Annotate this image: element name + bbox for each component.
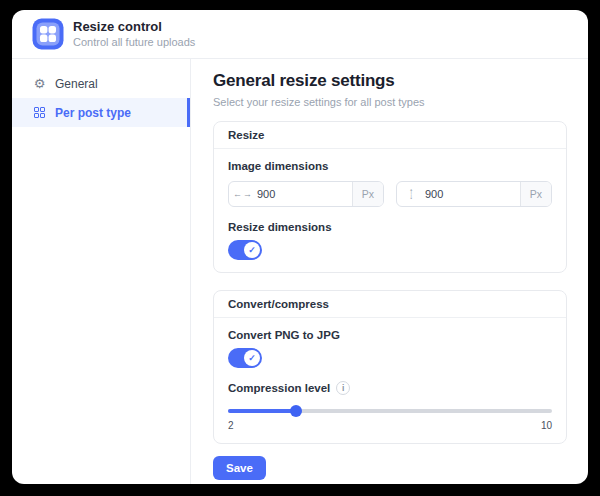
app-header: Resize control Control all future upload… <box>12 10 588 59</box>
resize-panel-header: Resize <box>214 122 566 149</box>
slider-max-label: 10 <box>541 420 552 431</box>
sidebar-item-label: Per post type <box>55 106 131 120</box>
slider-thumb[interactable] <box>290 405 302 417</box>
convert-png-label: Convert PNG to JPG <box>228 329 552 341</box>
height-input[interactable] <box>425 182 520 206</box>
sidebar-item-general[interactable]: ⚙ General <box>12 69 190 98</box>
app-subtitle: Control all future uploads <box>73 36 195 50</box>
resize-dimensions-label: Resize dimensions <box>228 221 552 233</box>
info-icon[interactable]: i <box>336 381 350 395</box>
page-subtitle: Select your resize settings for all post… <box>213 96 567 108</box>
toggle-knob: ✓ <box>244 350 260 366</box>
app-header-text: Resize control Control all future upload… <box>73 19 195 50</box>
convert-panel: Convert/compress Convert PNG to JPG ✓ Co… <box>213 290 567 444</box>
gear-icon: ⚙ <box>33 77 46 90</box>
app-logo-icon <box>32 18 64 50</box>
app-window: Resize control Control all future upload… <box>12 10 588 484</box>
height-unit-label: Px <box>520 182 551 206</box>
slider-min-label: 2 <box>228 420 234 431</box>
compression-slider[interactable] <box>228 405 552 417</box>
vertical-arrows-icon: ↑↓ <box>397 182 425 206</box>
check-icon: ✓ <box>248 354 256 363</box>
sidebar-item-label: General <box>55 77 98 91</box>
save-button[interactable]: Save <box>213 456 266 480</box>
image-dimensions-label: Image dimensions <box>228 160 552 172</box>
app-title: Resize control <box>73 19 195 35</box>
compression-level-label: Compression level i <box>228 381 552 395</box>
main-content: General resize settings Select your resi… <box>191 59 588 484</box>
width-unit-label: Px <box>352 182 383 206</box>
grid-icon <box>33 107 46 118</box>
page-title: General resize settings <box>213 71 567 91</box>
resize-panel: Resize Image dimensions ←→ Px ↑↓ <box>213 121 567 273</box>
convert-png-toggle[interactable]: ✓ <box>228 348 262 368</box>
convert-panel-header: Convert/compress <box>214 291 566 318</box>
horizontal-arrows-icon: ←→ <box>229 182 257 206</box>
width-input-group: ←→ Px <box>228 181 384 207</box>
resize-dimensions-toggle[interactable]: ✓ <box>228 240 262 260</box>
height-input-group: ↑↓ Px <box>396 181 552 207</box>
check-icon: ✓ <box>248 246 256 255</box>
toggle-knob: ✓ <box>244 242 260 258</box>
sidebar-item-per-post-type[interactable]: Per post type <box>12 98 190 127</box>
width-input[interactable] <box>257 182 352 206</box>
slider-fill <box>228 409 296 413</box>
sidebar: ⚙ General Per post type <box>12 59 191 484</box>
